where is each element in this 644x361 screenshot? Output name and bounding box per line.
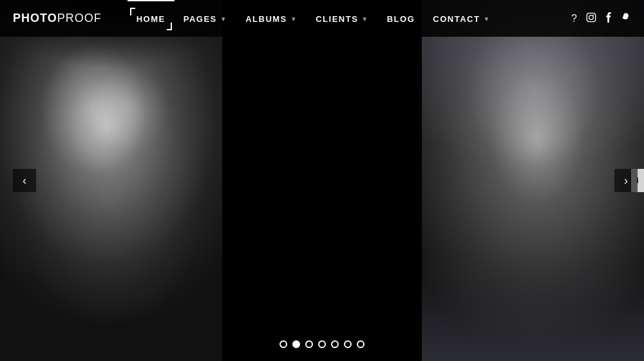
slide-dots <box>279 340 365 348</box>
snapchat-icon[interactable] <box>621 12 631 25</box>
nav-label-pages: PAGES <box>184 14 217 24</box>
panel-bg-center <box>222 0 422 361</box>
dot-1[interactable] <box>292 340 300 348</box>
svg-rect-0 <box>587 13 595 21</box>
svg-point-1 <box>589 15 594 19</box>
pages-dropdown-arrow: ▼ <box>220 15 227 23</box>
prev-arrow-icon: ‹ <box>23 174 26 188</box>
help-icon[interactable]: ? <box>571 13 577 24</box>
clients-dropdown-arrow: ▼ <box>361 15 368 23</box>
logo-text: PHOTOPROOF <box>13 12 102 25</box>
slideshow: i ‹ › <box>0 0 644 361</box>
nav-label-blog: BLOG <box>387 14 415 24</box>
instagram-icon[interactable] <box>586 12 596 25</box>
dot-3[interactable] <box>318 340 326 348</box>
nav-right-icons: ? <box>571 12 631 25</box>
nav-item-albums[interactable]: ALBUMS ▼ <box>236 0 307 37</box>
next-arrow-icon: › <box>624 174 628 188</box>
nav-item-blog[interactable]: BLOG <box>378 0 424 37</box>
nav-label-albums: ALBUMS <box>245 14 287 24</box>
water-reflection <box>422 253 644 361</box>
nav-item-contact[interactable]: CONTACT ▼ <box>424 0 500 37</box>
slide-panel-right: i <box>422 0 644 361</box>
dot-2[interactable] <box>305 340 313 348</box>
albums-dropdown-arrow: ▼ <box>290 15 298 23</box>
dot-5[interactable] <box>344 340 352 348</box>
logo[interactable]: PHOTOPROOF <box>13 12 102 25</box>
nav-item-clients[interactable]: CLIENTS ▼ <box>307 0 378 37</box>
nav-label-contact: CONTACT <box>433 14 480 24</box>
nav-item-home[interactable]: HOME <box>128 0 175 37</box>
dot-0[interactable] <box>279 340 287 348</box>
slide-panel-center <box>222 0 422 361</box>
prev-arrow-button[interactable]: ‹ <box>13 169 36 192</box>
nav-label-clients: CLIENTS <box>316 14 358 24</box>
nav-label-home: HOME <box>137 14 166 24</box>
nav-links: HOME PAGES ▼ ALBUMS ▼ CLIENTS ▼ BLOG CON… <box>128 0 571 37</box>
dot-6[interactable] <box>357 340 365 348</box>
svg-point-2 <box>593 14 594 15</box>
facebook-icon[interactable] <box>605 12 612 25</box>
navbar: PHOTOPROOF HOME PAGES ▼ ALBUMS ▼ CLIENTS… <box>0 0 644 37</box>
contact-dropdown-arrow: ▼ <box>483 15 490 23</box>
dot-4[interactable] <box>331 340 339 348</box>
nav-item-pages[interactable]: PAGES ▼ <box>175 0 236 37</box>
next-arrow-button[interactable]: › <box>614 169 638 192</box>
